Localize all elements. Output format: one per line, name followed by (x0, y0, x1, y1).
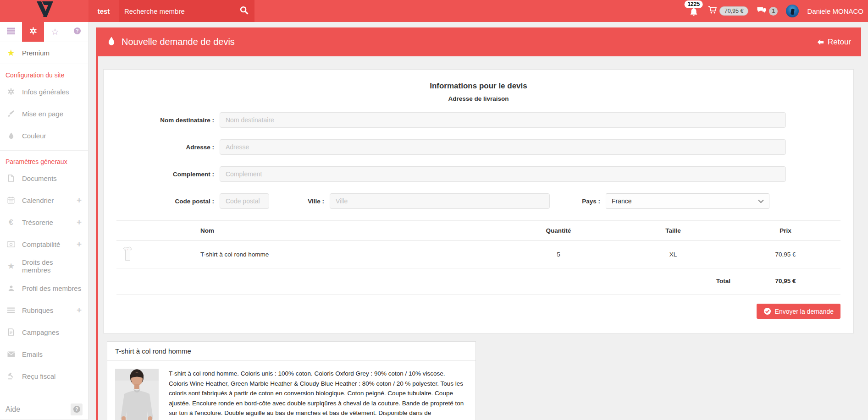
envoyer-demande-button[interactable]: Envoyer la demande (757, 304, 840, 319)
brush-icon (6, 110, 16, 117)
search-input[interactable] (124, 7, 239, 15)
notification-badge: 1225 (684, 0, 703, 8)
topbar: test 1225 (0, 0, 868, 22)
nom-destinataire-label: Nom destinataire : (116, 117, 220, 124)
tab-help[interactable]: ? (66, 22, 88, 42)
sidebar-item-label: Emails (22, 350, 82, 358)
back-button[interactable]: Retour (816, 38, 851, 47)
complement-field[interactable] (220, 166, 786, 182)
arrow-left-icon (816, 38, 824, 46)
chevron-down-icon (758, 199, 764, 203)
sidebar-item-label: Infos générales (22, 88, 82, 96)
site-tab[interactable]: test (88, 0, 119, 22)
sidebar-item-campagnes[interactable]: Campagnes (0, 321, 88, 343)
sidebar-section-parametres: Paramètres géneraux (0, 151, 88, 167)
main-content: Nouvelle demande de devis Retour Informa… (88, 22, 868, 420)
sidebar-item-infos-generales[interactable]: Infos générales (0, 81, 88, 103)
sidebar-item-rubriques[interactable]: Rubriques + (0, 299, 88, 321)
adresse-field[interactable] (220, 139, 786, 155)
bell-icon (689, 7, 698, 18)
total-row: Total 70,95 € (116, 268, 840, 295)
nom-destinataire-field[interactable] (220, 112, 786, 128)
tab-favorites[interactable]: ☆ (44, 22, 66, 42)
messages-count-badge: 1 (769, 7, 778, 16)
file-icon (6, 175, 16, 182)
sidebar-item-couleur[interactable]: Couleur (0, 125, 88, 147)
adresse-label: Adresse : (116, 144, 220, 151)
cart-amount-badge: 70,95 € (719, 6, 749, 16)
sidebar-item-premium[interactable]: ★ Premium (0, 42, 88, 64)
sidebar-item-documents[interactable]: Documents (0, 167, 88, 189)
expand-plus-icon[interactable]: + (77, 239, 82, 249)
item-quantity: 5 (501, 241, 616, 268)
pays-select[interactable]: France (606, 193, 769, 209)
cart-icon (708, 6, 717, 16)
cart-button[interactable]: 70,95 € (708, 6, 749, 16)
accent-left-border (96, 56, 98, 420)
form-title: Informations pour le devis (116, 82, 840, 91)
expand-plus-icon[interactable]: + (77, 217, 82, 227)
sidebar-item-label: Droits des membres (22, 258, 82, 274)
notifications-button[interactable]: 1225 (688, 0, 700, 22)
check-circle-icon (763, 307, 771, 315)
tab-menu[interactable] (0, 22, 22, 42)
star-icon: ★ (6, 262, 16, 270)
gavel-icon (6, 372, 16, 380)
member-search (119, 0, 254, 22)
sidebar-item-emails[interactable]: Emails (0, 343, 88, 365)
sidebar-item-recu-fiscal[interactable]: Reçu fiscal (0, 365, 88, 387)
column-prix: Prix (730, 221, 840, 241)
sidebar-item-droits-membres[interactable]: ★ Droits des membres (0, 255, 88, 277)
sidebar-item-mise-en-page[interactable]: Mise en page (0, 103, 88, 125)
user-name[interactable]: Daniele MONACO (807, 7, 863, 15)
messages-button[interactable]: 1 (757, 6, 778, 16)
svg-text:?: ? (75, 407, 78, 412)
app-logo[interactable] (0, 0, 88, 22)
sidebar-item-comptabilite[interactable]: Comptabilité + (0, 233, 88, 255)
chat-icon (757, 6, 767, 16)
ville-field[interactable] (330, 193, 550, 209)
tab-settings[interactable] (22, 22, 44, 42)
document-text-icon (6, 328, 16, 336)
quote-items-table: Nom Quantité Taille Prix (116, 220, 840, 268)
product-photo (115, 369, 159, 420)
sidebar-item-label: Calendrier (22, 196, 77, 204)
expand-plus-icon[interactable]: + (77, 195, 82, 205)
sidebar-item-label: Trésorerie (22, 218, 77, 226)
aide-row: Aide ? (0, 399, 88, 420)
sidebar: ☆ ? ★ Premium Configuration du site (0, 22, 88, 420)
aide-label: Aide (6, 405, 20, 414)
help-icon: ? (73, 27, 81, 37)
page-title: Nouvelle demande de devis (122, 37, 816, 47)
aide-help-button[interactable]: ? (71, 404, 83, 415)
list-icon (6, 307, 16, 313)
complement-label: Complement : (116, 171, 220, 178)
product-title: T-shirt à col rond homme (107, 342, 475, 361)
delivery-address-form: Nom destinataire : Adresse : Complement … (116, 112, 786, 209)
gear-icon (6, 88, 16, 95)
total-value: 70,95 € (730, 278, 840, 284)
gear-icon (29, 27, 37, 37)
product-card: T-shirt à col rond homme (107, 341, 476, 420)
code-postal-field[interactable] (220, 193, 269, 209)
hamburger-icon (7, 27, 15, 37)
sidebar-item-profil-membres[interactable]: Profil des membres (0, 277, 88, 299)
quote-form-card: Informations pour le devis Adresse de li… (103, 69, 854, 333)
droplet-icon (6, 132, 16, 139)
expand-plus-icon[interactable]: + (77, 305, 82, 315)
form-subtitle: Adresse de livraison (116, 95, 840, 102)
item-size: XL (616, 241, 730, 268)
euro-icon: € (6, 218, 16, 226)
search-icon[interactable] (239, 5, 249, 17)
sidebar-item-tresorerie[interactable]: € Trésorerie + (0, 211, 88, 233)
product-description: T-shirt à col rond homme. Coloris unis :… (169, 369, 464, 420)
sidebar-item-calendrier[interactable]: Calendrier + (0, 189, 88, 211)
back-label: Retour (828, 38, 851, 47)
page-header: Nouvelle demande de devis Retour (96, 27, 861, 56)
code-postal-label: Code postal : (116, 198, 220, 205)
sidebar-tabstrip: ☆ ? (0, 22, 88, 42)
item-name: T-shirt à col rond homme (200, 241, 501, 268)
sidebar-item-label: Mise en page (22, 110, 82, 118)
envoyer-demande-label: Envoyer la demande (775, 308, 834, 315)
user-avatar[interactable] (786, 5, 799, 17)
